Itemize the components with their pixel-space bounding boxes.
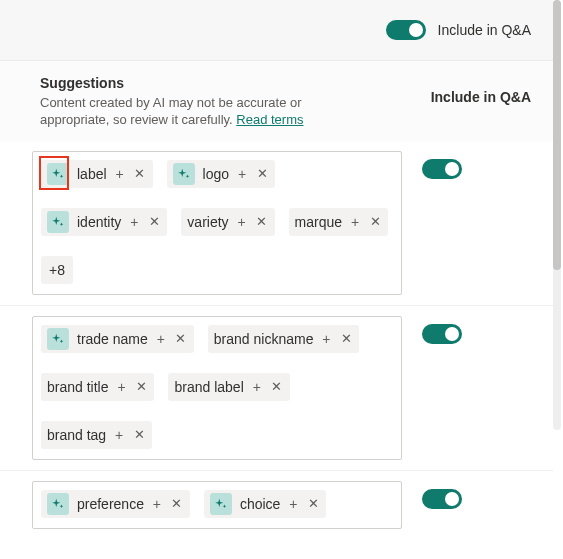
chip-label: brand tag (47, 427, 106, 443)
chip-label: identity (77, 214, 121, 230)
include-master-label: Include in Q&A (438, 22, 531, 38)
sparkle-icon (47, 211, 69, 233)
suggestion-chip[interactable]: brand nickname+✕ (208, 325, 360, 353)
chip-label: logo (203, 166, 229, 182)
chip-label: brand nickname (214, 331, 314, 347)
chip-add-icon[interactable]: + (348, 214, 362, 230)
chip-add-icon[interactable]: + (319, 331, 333, 347)
row-include-toggle[interactable] (422, 159, 462, 179)
suggestions-header: Suggestions Content created by AI may no… (0, 60, 553, 141)
chip-remove-icon[interactable]: ✕ (170, 496, 184, 511)
suggestion-row: label+✕logo+✕identity+✕variety+✕marque+✕… (0, 141, 553, 305)
chip-overflow-label: +8 (49, 262, 65, 278)
sparkle-icon (47, 328, 69, 350)
suggestion-chip[interactable]: brand tag+✕ (41, 421, 152, 449)
scrollbar-thumb[interactable] (553, 0, 561, 270)
chip-label: marque (295, 214, 342, 230)
suggestion-chip[interactable]: brand title+✕ (41, 373, 154, 401)
row-toggle-cell (402, 316, 482, 344)
chip-container[interactable]: label+✕logo+✕identity+✕variety+✕marque+✕… (32, 151, 402, 295)
chip-remove-icon[interactable]: ✕ (174, 331, 188, 346)
suggestions-desc: Content created by AI may not be accurat… (40, 95, 370, 129)
chip-remove-icon[interactable]: ✕ (134, 379, 148, 394)
read-terms-link[interactable]: Read terms (236, 112, 303, 127)
chip-add-icon[interactable]: + (286, 496, 300, 512)
row-toggle-cell (402, 151, 482, 179)
chip-container[interactable]: trade name+✕brand nickname+✕brand title+… (32, 316, 402, 460)
suggestion-chip[interactable]: brand label+✕ (168, 373, 289, 401)
chip-label: brand title (47, 379, 108, 395)
chip-add-icon[interactable]: + (235, 214, 249, 230)
row-include-toggle[interactable] (422, 324, 462, 344)
chip-add-icon[interactable]: + (235, 166, 249, 182)
include-master-control: Include in Q&A (386, 20, 531, 40)
chip-label: brand label (174, 379, 243, 395)
top-bar: Include in Q&A (0, 0, 553, 60)
chip-label: preference (77, 496, 144, 512)
chip-remove-icon[interactable]: ✕ (339, 331, 353, 346)
sparkle-icon (173, 163, 195, 185)
suggestion-chip[interactable]: label+✕ (41, 160, 153, 188)
chip-remove-icon[interactable]: ✕ (132, 427, 146, 442)
chip-label: trade name (77, 331, 148, 347)
suggestion-row: trade name+✕brand nickname+✕brand title+… (0, 305, 553, 470)
suggestion-chip[interactable]: preference+✕ (41, 490, 190, 518)
suggestion-row: preference+✕choice+✕ (0, 470, 553, 539)
chip-label: choice (240, 496, 280, 512)
chip-remove-icon[interactable]: ✕ (255, 166, 269, 181)
suggestion-rows: label+✕logo+✕identity+✕variety+✕marque+✕… (0, 141, 553, 539)
column-header-include: Include in Q&A (431, 75, 531, 129)
row-toggle-cell (402, 481, 482, 509)
chip-remove-icon[interactable]: ✕ (306, 496, 320, 511)
suggestions-header-left: Suggestions Content created by AI may no… (40, 75, 370, 129)
chip-add-icon[interactable]: + (150, 496, 164, 512)
suggestion-chip[interactable]: identity+✕ (41, 208, 167, 236)
chip-add-icon[interactable]: + (112, 427, 126, 443)
chip-label: label (77, 166, 107, 182)
suggestions-title: Suggestions (40, 75, 370, 91)
chip-add-icon[interactable]: + (127, 214, 141, 230)
chip-remove-icon[interactable]: ✕ (270, 379, 284, 394)
scroll-region: Include in Q&A Suggestions Content creat… (0, 0, 553, 559)
include-master-toggle[interactable] (386, 20, 426, 40)
chip-remove-icon[interactable]: ✕ (368, 214, 382, 229)
chip-add-icon[interactable]: + (154, 331, 168, 347)
row-include-toggle[interactable] (422, 489, 462, 509)
suggestion-chip[interactable]: variety+✕ (181, 208, 274, 236)
sparkle-icon (47, 163, 69, 185)
sparkle-icon (47, 493, 69, 515)
chip-add-icon[interactable]: + (113, 166, 127, 182)
chip-add-icon[interactable]: + (250, 379, 264, 395)
suggestion-chip[interactable]: trade name+✕ (41, 325, 194, 353)
chip-label: variety (187, 214, 228, 230)
suggestion-chip[interactable]: marque+✕ (289, 208, 388, 236)
sparkle-icon (210, 493, 232, 515)
suggestion-chip[interactable]: logo+✕ (167, 160, 275, 188)
chip-overflow[interactable]: +8 (41, 256, 73, 284)
chip-add-icon[interactable]: + (114, 379, 128, 395)
chip-remove-icon[interactable]: ✕ (255, 214, 269, 229)
chip-remove-icon[interactable]: ✕ (147, 214, 161, 229)
chip-remove-icon[interactable]: ✕ (133, 166, 147, 181)
suggestion-chip[interactable]: choice+✕ (204, 490, 326, 518)
chip-container[interactable]: preference+✕choice+✕ (32, 481, 402, 529)
